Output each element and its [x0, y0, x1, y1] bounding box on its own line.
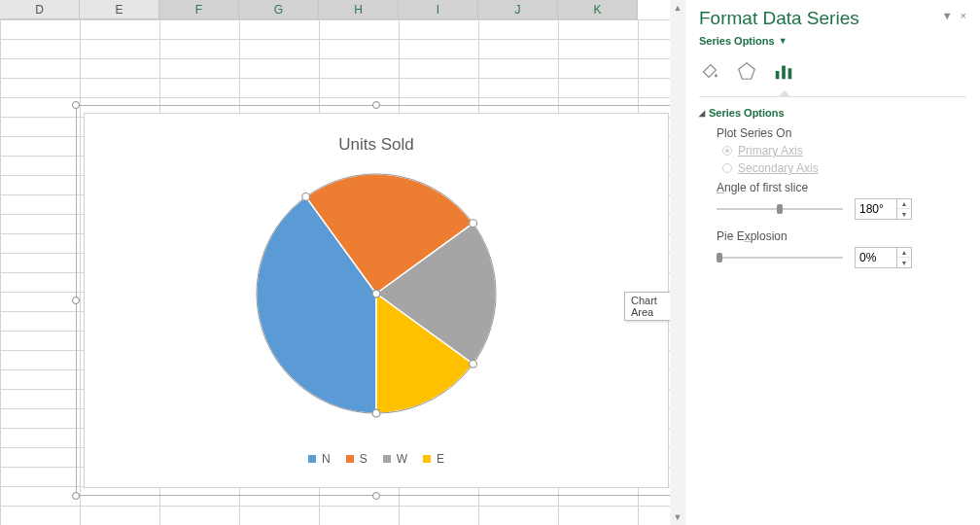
chevron-down-icon: ▼ — [779, 36, 788, 46]
angle-label: Angle of first slice — [717, 181, 966, 194]
explosion-slider[interactable] — [717, 251, 843, 264]
pie-chart[interactable] — [253, 170, 500, 417]
collapse-icon: ◢ — [699, 109, 705, 118]
radio-primary-axis: Primary Axis — [722, 144, 966, 158]
resize-handle[interactable] — [372, 492, 380, 500]
selection-point[interactable] — [372, 290, 380, 298]
selection-point[interactable] — [470, 220, 477, 228]
angle-spinner[interactable]: ▲▼ — [855, 198, 912, 220]
stepper-down[interactable]: ▼ — [897, 258, 911, 267]
svg-rect-4 — [788, 68, 792, 79]
resize-handle[interactable] — [72, 492, 80, 500]
explosion-spinner[interactable]: ▲▼ — [855, 247, 912, 268]
angle-input[interactable] — [856, 202, 896, 216]
panel-close-button[interactable]: × — [961, 10, 966, 21]
section-series-options[interactable]: ◢ Series Options — [699, 107, 966, 119]
svg-marker-1 — [739, 63, 755, 80]
column-header-J[interactable]: J — [478, 0, 558, 19]
legend-item-W[interactable]: W — [383, 452, 407, 466]
legend-item-N[interactable]: N — [308, 452, 331, 466]
paint-bucket-icon[interactable] — [699, 60, 720, 85]
radio-secondary-axis: Secondary Axis — [722, 161, 966, 175]
app-root: DEFGHIJK Units Sold NSWE Cha — [0, 0, 980, 525]
column-header-K[interactable]: K — [558, 0, 638, 19]
svg-rect-3 — [782, 66, 786, 80]
column-header-F[interactable]: F — [159, 0, 239, 19]
column-headers: DEFGHIJK — [0, 0, 685, 19]
column-header-D[interactable]: D — [0, 0, 80, 19]
chart-selection-box[interactable]: Units Sold NSWE — [76, 105, 677, 496]
bar-chart-icon[interactable] — [773, 60, 794, 85]
stepper-up[interactable]: ▲ — [897, 199, 911, 209]
format-data-series-panel: ▼ × Format Data Series Series Options ▼ … — [685, 0, 980, 525]
resize-handle[interactable] — [72, 101, 80, 109]
selection-point[interactable] — [470, 360, 477, 368]
chart-title[interactable]: Units Sold — [85, 135, 668, 155]
selection-point[interactable] — [302, 193, 310, 201]
angle-slider[interactable] — [717, 202, 843, 216]
panel-options-icon[interactable]: ▼ — [942, 10, 953, 21]
explosion-input[interactable] — [856, 251, 896, 264]
stepper-up[interactable]: ▲ — [897, 248, 911, 258]
chart-legend[interactable]: NSWE — [85, 452, 668, 466]
panel-tab-icons — [699, 56, 966, 92]
scroll-up-button[interactable]: ▲ — [670, 0, 685, 16]
separator — [699, 96, 966, 97]
plot-series-on-label: Plot Series On — [717, 126, 966, 140]
vertical-scrollbar[interactable]: ▲ ▼ — [670, 0, 685, 525]
column-header-H[interactable]: H — [319, 0, 399, 19]
panel-title: Format Data Series — [699, 8, 966, 29]
stepper-down[interactable]: ▼ — [897, 209, 911, 219]
pentagon-icon[interactable] — [736, 60, 757, 85]
legend-item-S[interactable]: S — [346, 452, 368, 466]
legend-item-E[interactable]: E — [423, 452, 444, 466]
column-header-E[interactable]: E — [80, 0, 159, 19]
column-header-I[interactable]: I — [399, 0, 478, 19]
scroll-down-button[interactable]: ▼ — [670, 509, 685, 525]
svg-rect-2 — [776, 71, 780, 79]
explosion-label: Pie Explosion — [717, 229, 966, 243]
worksheet[interactable]: DEFGHIJK Units Sold NSWE Cha — [0, 0, 685, 525]
selection-point[interactable] — [372, 409, 380, 417]
resize-handle[interactable] — [72, 297, 80, 304]
chart-area[interactable]: Units Sold NSWE — [84, 113, 669, 488]
panel-subtitle[interactable]: Series Options ▼ — [699, 35, 966, 47]
column-header-G[interactable]: G — [239, 0, 319, 19]
resize-handle[interactable] — [372, 101, 380, 109]
